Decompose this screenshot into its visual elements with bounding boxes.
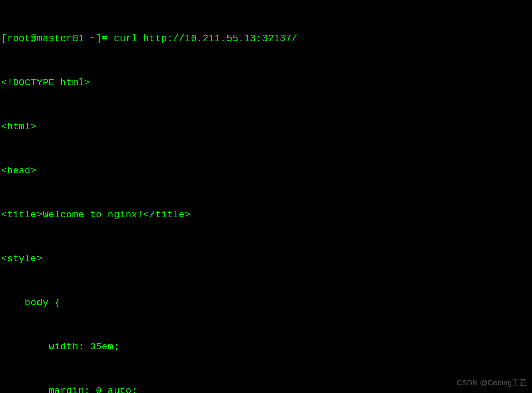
output-line: margin: 0 auto; bbox=[1, 384, 530, 393]
command-line-1: [root@master01 ~]# curl http://10.211.55… bbox=[1, 31, 530, 46]
output-line: width: 35em; bbox=[1, 340, 530, 355]
output-line: <title>Welcome to nginx!</title> bbox=[1, 208, 530, 222]
output-line: <style> bbox=[1, 252, 530, 266]
command-text: curl http://10.211.55.13:32137/ bbox=[113, 33, 297, 44]
shell-prompt: [root@master01 ~]# bbox=[1, 33, 113, 44]
terminal-output-area[interactable]: [root@master01 ~]# curl http://10.211.55… bbox=[1, 2, 530, 393]
output-line: <head> bbox=[1, 164, 530, 178]
output-line: <!DOCTYPE html> bbox=[1, 75, 530, 90]
output-line: <html> bbox=[1, 120, 530, 134]
output-line: body { bbox=[1, 296, 530, 310]
watermark-text: CSDN @Coding工匠 bbox=[457, 375, 527, 390]
